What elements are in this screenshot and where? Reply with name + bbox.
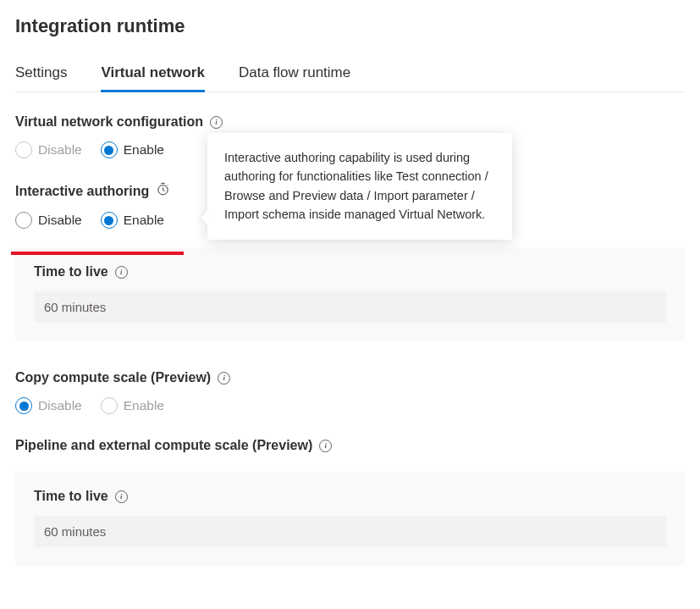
page-title: Integration runtime: [15, 15, 685, 37]
radio-label: Enable: [124, 398, 164, 413]
ttl1-input[interactable]: [34, 291, 666, 323]
radio-label: Disable: [38, 213, 82, 228]
radio-circle-icon: [101, 212, 118, 229]
radio-label: Disable: [38, 142, 82, 158]
radio-label: Disable: [38, 398, 82, 413]
tab-settings[interactable]: Settings: [15, 61, 67, 92]
copy-disable-radio[interactable]: Disable: [15, 397, 82, 414]
info-icon[interactable]: i: [210, 116, 223, 129]
highlight-underline: [11, 252, 184, 255]
vnet-config-text: Virtual network configuration: [15, 114, 203, 130]
tab-data-flow-runtime[interactable]: Data flow runtime: [239, 61, 350, 92]
vnet-config-label: Virtual network configuration i: [15, 114, 685, 130]
radio-label: Enable: [124, 213, 164, 228]
info-icon[interactable]: i: [115, 266, 128, 279]
interactive-enable-radio[interactable]: Enable: [101, 212, 164, 229]
pipeline-ext-label: Pipeline and external compute scale (Pre…: [15, 438, 685, 453]
info-icon[interactable]: i: [218, 372, 230, 385]
radio-circle-icon: [15, 397, 32, 414]
vnet-enable-radio[interactable]: Enable: [101, 141, 164, 158]
interactive-auth-text: Interactive authoring: [15, 184, 149, 199]
radio-label: Enable: [124, 142, 164, 158]
interactive-disable-radio[interactable]: Disable: [15, 212, 82, 229]
pipeline-ext-text: Pipeline and external compute scale (Pre…: [15, 438, 312, 453]
info-icon[interactable]: i: [319, 440, 332, 452]
vnet-disable-radio[interactable]: Disable: [15, 141, 82, 158]
ttl2-label: Time to live i: [34, 489, 666, 504]
ttl-icon[interactable]: [156, 182, 170, 200]
ttl-panel-2: Time to live i: [15, 472, 685, 566]
copy-compute-radios: Disable Enable: [15, 397, 685, 414]
tabs: Settings Virtual network Data flow runti…: [15, 61, 685, 92]
ttl2-text: Time to live: [34, 489, 108, 504]
ttl1-text: Time to live: [34, 264, 108, 280]
interactive-auth-tooltip: Interactive authoring capability is used…: [207, 133, 512, 240]
ttl-panel-1: Time to live i: [15, 247, 685, 341]
radio-circle-icon: [101, 141, 118, 158]
radio-circle-icon: [101, 397, 118, 414]
copy-compute-label: Copy compute scale (Preview) i: [15, 370, 685, 385]
info-icon[interactable]: i: [115, 490, 128, 503]
radio-circle-icon: [15, 141, 32, 158]
tab-virtual-network[interactable]: Virtual network: [101, 61, 205, 92]
copy-compute-text: Copy compute scale (Preview): [15, 370, 211, 385]
copy-enable-radio[interactable]: Enable: [101, 397, 164, 414]
ttl2-input[interactable]: [34, 516, 666, 547]
radio-circle-icon: [15, 212, 32, 229]
ttl1-label: Time to live i: [34, 264, 666, 280]
